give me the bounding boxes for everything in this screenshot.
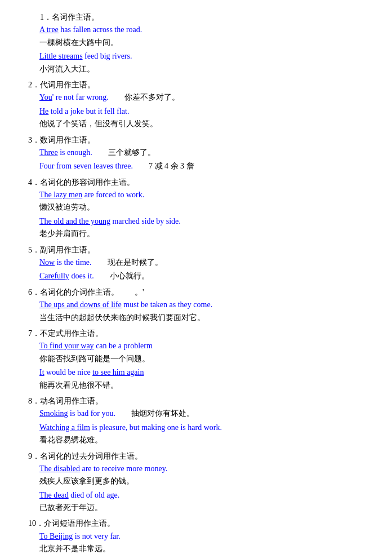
english-text: You' re not far wrong. xyxy=(39,93,109,101)
example: To Beijing is not very far.北京并不是非常远。 xyxy=(39,530,375,554)
english-text: Carefully does it. xyxy=(39,272,94,280)
english-text: Four from seven leaves three. xyxy=(39,162,133,170)
english-line: The ups and downs of life must be taken … xyxy=(39,299,375,311)
section-7: 7．不定式用作主语。To find your way can be a prob… xyxy=(28,327,375,392)
example: The old and the young marched side by si… xyxy=(39,215,375,241)
inline-line: Now is the time. 现在是时候了。 xyxy=(39,256,375,269)
chinese-text: 北京并不是非常远。 xyxy=(39,543,375,554)
section-3: 3．数词用作主语。Three is enough. 三个就够了。Four fro… xyxy=(28,134,375,173)
english-text: Now is the time. xyxy=(39,258,92,267)
english-text: Little streams feed big rivers. xyxy=(39,52,132,60)
english-line: To Beijing is not very far. xyxy=(39,530,375,543)
chinese-text: 小河流入大江。 xyxy=(39,63,375,76)
english-text: The lazy men are forced to work. xyxy=(39,190,144,199)
english-text: The old and the young marched side by si… xyxy=(39,217,181,225)
section-header: 7．不定式用作主语。 xyxy=(28,327,375,340)
example: Smoking is bad for you. 抽烟对你有坏处。 xyxy=(39,407,375,420)
english-line: The dead died of old age. xyxy=(39,489,375,502)
english-line: A tree has fallen across the road. xyxy=(39,24,375,36)
inline-line: Smoking is bad for you. 抽烟对你有坏处。 xyxy=(39,407,375,420)
example: To find your way can be a problerm你能否找到路… xyxy=(39,340,375,365)
chinese-text: 看花容易绣花难。 xyxy=(39,434,375,446)
english-line: Watching a film is pleasure, but making … xyxy=(39,422,375,434)
chinese-text: 已故者死于年迈。 xyxy=(39,502,375,514)
section-header: 9．名词化的过去分词用作主语。 xyxy=(28,450,375,463)
example: Watching a film is pleasure, but making … xyxy=(39,422,375,447)
section-header: 8．动名词用作主语。 xyxy=(28,395,375,407)
example: Three is enough. 三个就够了。 xyxy=(39,147,375,159)
example: Now is the time. 现在是时候了。 xyxy=(39,256,375,269)
english-text: A tree has fallen across the road. xyxy=(39,25,142,34)
english-line: The lazy men are forced to work. xyxy=(39,189,375,201)
example: Four from seven leaves three. 7 减 4 余 3 … xyxy=(39,160,375,172)
section-1: 1．名词作主语。A tree has fallen across the roa… xyxy=(28,11,375,76)
english-text: The disabled are to receive more money. xyxy=(39,464,167,473)
section-4: 4．名词化的形容词用作主语。The lazy men are forced to… xyxy=(28,176,375,241)
section-6: 6．名词化的介词作主语。 。'The ups and downs of life… xyxy=(28,286,375,324)
chinese-text-inline: 小心就行。 xyxy=(94,272,149,280)
english-text: He told a joke but it fell flat. xyxy=(39,107,129,116)
english-line: The disabled are to receive more money. xyxy=(39,463,375,475)
example: You' re not far wrong. 你差不多对了。 xyxy=(39,91,375,104)
inline-line: You' re not far wrong. 你差不多对了。 xyxy=(39,91,375,104)
section-header: 1．名词作主语。 xyxy=(28,11,375,24)
section-header: 5．副词用作主语。 xyxy=(28,244,375,256)
main-content: 1．名词作主语。A tree has fallen across the roa… xyxy=(28,11,375,554)
english-line: Little streams feed big rivers. xyxy=(39,50,375,63)
inline-line: Three is enough. 三个就够了。 xyxy=(39,147,375,159)
example: It would be nice to see him again能再次看见他很… xyxy=(39,366,375,392)
chinese-text: 他说了个笑话，但没有引人发笑。 xyxy=(39,118,375,130)
english-text: Smoking is bad for you. xyxy=(39,409,115,418)
english-text: It would be nice to see him again xyxy=(39,368,144,376)
chinese-text: 老少并肩而行。 xyxy=(39,228,375,240)
chinese-text: 一棵树横在大路中间。 xyxy=(39,37,375,49)
section-header: 2．代词用作主语。 xyxy=(28,79,375,91)
english-text: To Beijing is not very far. xyxy=(39,532,121,540)
english-text: The ups and downs of life must be taken … xyxy=(39,300,212,309)
section-2: 2．代词用作主语。You' re not far wrong. 你差不多对了。H… xyxy=(28,79,375,131)
inline-line: Carefully does it. 小心就行。 xyxy=(39,270,375,282)
example: He told a joke but it fell flat.他说了个笑话，但… xyxy=(39,105,375,131)
inline-line: Four from seven leaves three. 7 减 4 余 3 … xyxy=(39,160,375,172)
example: The ups and downs of life must be taken … xyxy=(39,299,375,324)
english-line: To find your way can be a problerm xyxy=(39,340,375,352)
section-8: 8．动名词用作主语。Smoking is bad for you. 抽烟对你有坏… xyxy=(28,395,375,447)
chinese-text: 残疾人应该拿到更多的钱。 xyxy=(39,475,375,487)
example: Little streams feed big rivers.小河流入大江。 xyxy=(39,50,375,76)
chinese-text-inline: 7 减 4 余 3 詹 xyxy=(133,162,194,170)
chinese-text-inline: 三个就够了。 xyxy=(92,148,155,157)
chinese-text: 你能否找到路可能是一个问题。 xyxy=(39,353,375,365)
section-header: 6．名词化的介词作主语。 。' xyxy=(28,286,375,299)
english-text: The dead died of old age. xyxy=(39,491,119,499)
example: The lazy men are forced to work.懒汉被迫劳动。 xyxy=(39,189,375,214)
section-header: 10．介词短语用作主语。 xyxy=(28,517,375,530)
english-line: He told a joke but it fell flat. xyxy=(39,105,375,118)
chinese-text-inline: 现在是时候了。 xyxy=(92,258,163,267)
chinese-text-inline: 抽烟对你有坏处。 xyxy=(115,409,194,418)
chinese-text-inline: 你差不多对了。 xyxy=(109,93,180,101)
english-text: Three is enough. xyxy=(39,148,92,157)
chinese-text: 当生活中的起起伏伏来临的时候我们要面对它。 xyxy=(39,312,375,324)
section-10: 10．介词短语用作主语。To Beijing is not very far.北… xyxy=(28,517,375,554)
example: Carefully does it. 小心就行。 xyxy=(39,270,375,282)
english-line: It would be nice to see him again xyxy=(39,366,375,379)
example: The disabled are to receive more money.残… xyxy=(39,463,375,488)
section-header: 4．名词化的形容词用作主语。 xyxy=(28,176,375,189)
english-text: Watching a film is pleasure, but making … xyxy=(39,423,222,432)
english-line: The old and the young marched side by si… xyxy=(39,215,375,228)
section-5: 5．副词用作主语。Now is the time. 现在是时候了。Careful… xyxy=(28,244,375,283)
example: The dead died of old age.已故者死于年迈。 xyxy=(39,489,375,515)
section-9: 9．名词化的过去分词用作主语。The disabled are to recei… xyxy=(28,450,375,515)
chinese-text: 懒汉被迫劳动。 xyxy=(39,201,375,214)
section-header: 3．数词用作主语。 xyxy=(28,134,375,147)
english-text: To find your way can be a problerm xyxy=(39,342,153,350)
example: A tree has fallen across the road.一棵树横在大… xyxy=(39,24,375,49)
chinese-text: 能再次看见他很不错。 xyxy=(39,379,375,392)
